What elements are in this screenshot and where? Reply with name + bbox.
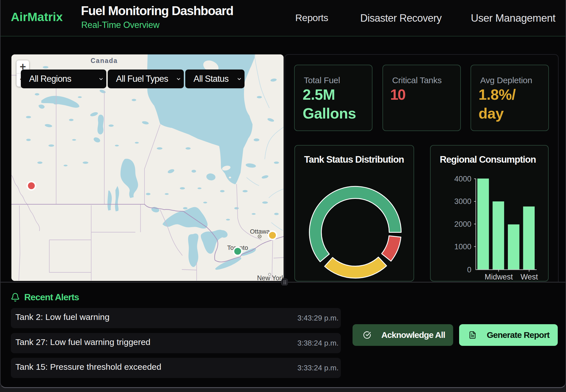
svg-text:4000: 4000 <box>454 175 471 183</box>
svg-text:3000: 3000 <box>454 197 471 206</box>
svg-text:Canada: Canada <box>91 57 118 64</box>
svg-text:1000: 1000 <box>454 242 471 251</box>
svg-text:0: 0 <box>467 266 471 274</box>
svg-text:West: West <box>520 273 538 281</box>
svg-text:Midwest: Midwest <box>484 273 513 281</box>
svg-text:Ottawa: Ottawa <box>250 228 270 235</box>
svg-text:2000: 2000 <box>454 220 471 228</box>
